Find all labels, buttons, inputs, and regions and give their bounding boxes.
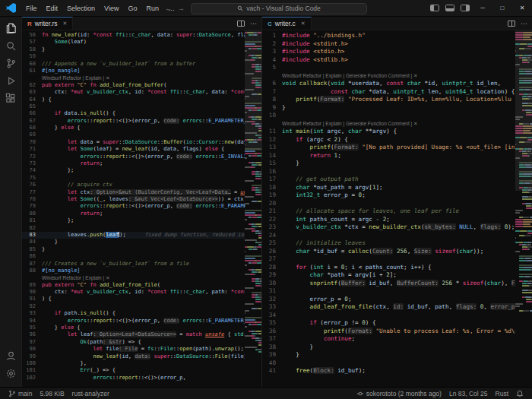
line-number[interactable]: 25 — [262, 239, 282, 248]
line-number[interactable]: 76 — [22, 182, 42, 188]
blame-indicator[interactable]: sokorototo (2 months ago) — [353, 388, 445, 399]
code-line[interactable]: 73 return; — [22, 160, 245, 167]
line-number[interactable]: 92 — [22, 303, 42, 310]
line-number[interactable]: 99 — [22, 353, 42, 360]
more-actions-icon[interactable]: ⋯ — [521, 20, 527, 27]
code-line[interactable]: 78 let Some((_, leaves: &mut Vec<Leaf<Da… — [22, 196, 245, 203]
code-line[interactable]: 17 // get output path — [262, 176, 515, 184]
code-line[interactable]: 81 }; — [22, 217, 245, 224]
code-line[interactable]: 16 — [262, 168, 515, 176]
line-number[interactable]: 71 — [22, 146, 42, 153]
tab-writer-rs[interactable]: R writer.rs ✕ — [22, 17, 73, 30]
code-line[interactable]: 36 printf(Format: "Unable to process Lea… — [262, 328, 515, 336]
line-number[interactable]: 73 — [22, 160, 42, 167]
explorer-icon[interactable] — [2, 20, 20, 37]
line-number[interactable]: 30 — [262, 280, 282, 288]
code-line[interactable]: 76 // acquire ctx — [22, 182, 245, 188]
line-number[interactable]: 23 — [262, 223, 282, 232]
line-number[interactable] — [22, 274, 42, 281]
line-number[interactable]: 9 — [262, 104, 282, 112]
codelens-actions[interactable]: Windsurf Refactor | Explain | ✕ — [42, 274, 245, 281]
line-number[interactable]: 61 — [22, 68, 42, 74]
code-line[interactable]: 86 — [22, 253, 245, 260]
line-number[interactable]: 82 — [22, 225, 42, 232]
line-number[interactable]: 38 — [262, 344, 282, 352]
line-number[interactable]: 37 — [262, 335, 282, 344]
line-number[interactable]: 83 — [22, 232, 42, 239]
code-line[interactable]: 74 }; — [22, 167, 245, 174]
line-number[interactable]: 2 — [262, 40, 282, 49]
line-number[interactable]: 15 — [262, 160, 282, 168]
line-number[interactable]: 20 — [262, 200, 282, 208]
run-debug-icon[interactable] — [2, 72, 20, 90]
line-number[interactable]: 94 — [22, 318, 42, 325]
code-line[interactable]: 11int main(int argc, char **argv) { — [262, 128, 515, 136]
minimap-slider[interactable] — [245, 30, 261, 151]
code-line[interactable]: 101 Err(_) => { — [22, 367, 245, 374]
notifications-bell-icon[interactable] — [512, 388, 527, 399]
menu-item-edit[interactable]: Edit — [42, 0, 63, 17]
code-line[interactable]: 18 char *out_path = argv[1]; — [262, 184, 515, 192]
search-icon[interactable] — [2, 37, 20, 55]
code-line[interactable]: 21 // allocate space for leaves, one lea… — [262, 207, 515, 216]
line-number[interactable]: 101 — [22, 367, 42, 374]
code-line[interactable]: 93 if path.is_null() { — [22, 310, 245, 317]
code-line[interactable]: 85} — [22, 246, 245, 253]
code-line[interactable]: 100 }, — [22, 360, 245, 367]
line-number[interactable]: 3 — [262, 48, 282, 56]
line-number[interactable]: 7 — [262, 88, 282, 97]
line-number[interactable]: 95 — [22, 325, 42, 331]
line-number[interactable]: 96 — [22, 331, 42, 338]
code-line[interactable]: 27 — [262, 255, 515, 264]
code-line[interactable]: 20 — [262, 200, 515, 208]
command-center[interactable]: vach - Visual Studio Code — [191, 3, 367, 14]
line-number[interactable]: 81 — [22, 217, 42, 224]
codelens-actions[interactable]: Windsurf Refactor | Explain | Generate F… — [282, 120, 515, 128]
close-icon[interactable]: ✕ — [301, 21, 306, 27]
line-number[interactable]: 8 — [262, 96, 282, 104]
line-number[interactable]: 63 — [22, 89, 42, 96]
code-line[interactable]: 30 snprintf(Buffer: id_buf, BufferCount:… — [262, 280, 515, 288]
code-line[interactable]: 80 return; — [22, 211, 245, 217]
extensions-icon[interactable] — [2, 90, 20, 107]
line-number[interactable]: 85 — [22, 246, 42, 253]
line-number[interactable]: 11 — [262, 128, 282, 136]
code-line[interactable]: 19 int32_t error_p = 0; — [262, 192, 515, 200]
code-line[interactable]: 24 — [262, 232, 515, 240]
menu-item-view[interactable]: View — [100, 0, 123, 17]
toggle-sidebar-icon[interactable] — [430, 5, 439, 11]
code-line[interactable]: 91) { — [22, 296, 245, 302]
line-number[interactable]: 80 — [22, 211, 42, 217]
line-number[interactable]: 17 — [262, 176, 282, 184]
close-button[interactable]: ✕ — [512, 0, 532, 17]
code-line[interactable]: 97 Ok(path: &str) => { — [22, 339, 245, 346]
code-line[interactable]: 40 — [262, 359, 515, 368]
code-line[interactable]: 61#[no_mangle] — [22, 68, 245, 74]
branch-indicator[interactable]: main — [5, 388, 36, 399]
line-number[interactable] — [262, 72, 282, 81]
code-line[interactable]: 84 } — [22, 239, 245, 245]
codelens-row[interactable]: Windsurf Refactor | Explain | ✕ — [22, 274, 245, 281]
code-line[interactable]: 66 if data.is_null() { — [22, 110, 245, 117]
code-line[interactable]: 7 const char *data, uintptr_t len, uint6… — [262, 88, 515, 97]
line-number[interactable]: 87 — [22, 261, 42, 268]
code-line[interactable]: 14 return 1; — [262, 152, 515, 160]
code-line[interactable]: 58} — [22, 46, 245, 53]
code-line[interactable]: 15 } — [262, 160, 515, 168]
code-line[interactable]: 90 ctx: *mut v_builder_ctx, id: *const f… — [22, 289, 245, 296]
more-actions-icon[interactable]: ⋯ — [250, 20, 257, 27]
code-line[interactable]: 4#include <stdlib.h> — [262, 56, 515, 65]
line-number[interactable]: 90 — [22, 289, 42, 296]
code-line[interactable]: 8 printf(Format: "Processed Leaf: ID=%s,… — [262, 96, 515, 104]
code-line[interactable]: 67 errors::report::<()>(error_p, code: e… — [22, 118, 245, 125]
tab-writer-c[interactable]: C writer.c ✕ — [262, 17, 312, 30]
code-line[interactable]: 60/// Appends a new `v_builder_leaf` fro… — [22, 61, 245, 68]
line-number[interactable]: 24 — [262, 232, 282, 240]
code-line[interactable]: 87/// Creates a new `v_builder_leaf` fro… — [22, 261, 245, 268]
code-line[interactable]: 1#include "../bindings.h" — [262, 32, 515, 40]
line-number[interactable]: 21 — [262, 207, 282, 216]
code-line[interactable]: 92 — [22, 303, 245, 310]
code-line[interactable]: 102 errors::report::<()>(error_p, — [22, 375, 245, 382]
line-number[interactable]: 91 — [22, 296, 42, 302]
menu-item-go[interactable]: Go — [123, 0, 141, 17]
